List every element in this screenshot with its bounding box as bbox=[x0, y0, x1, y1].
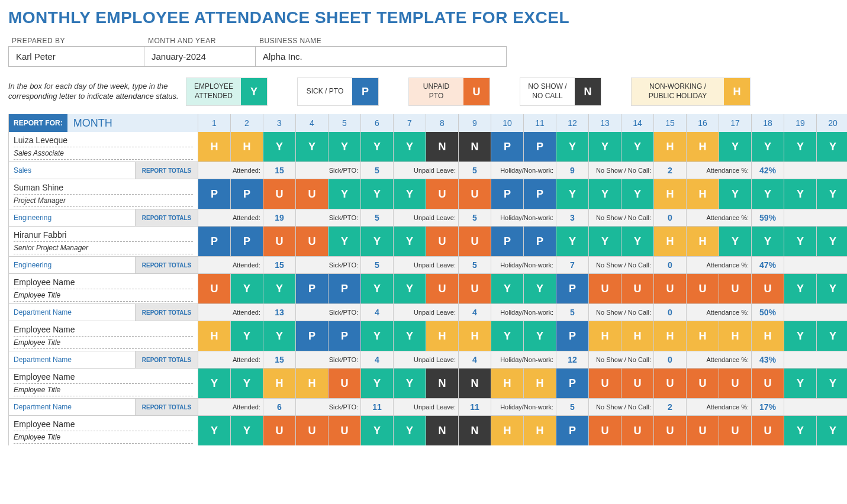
status-cell[interactable]: U bbox=[589, 274, 621, 303]
status-cell[interactable]: P bbox=[556, 416, 589, 445]
status-cell[interactable]: U bbox=[621, 274, 654, 303]
status-cell[interactable]: H bbox=[524, 369, 556, 398]
status-cell[interactable]: Y bbox=[394, 369, 426, 398]
status-cell[interactable]: Y bbox=[198, 369, 231, 398]
status-cell[interactable]: H bbox=[687, 179, 719, 209]
status-cell[interactable]: Y bbox=[556, 132, 589, 161]
status-cell[interactable]: P bbox=[231, 227, 263, 256]
status-cell[interactable]: U bbox=[654, 416, 687, 445]
status-cell[interactable]: Y bbox=[231, 369, 263, 398]
status-cell[interactable]: U bbox=[589, 369, 621, 398]
status-cell[interactable]: Y bbox=[784, 369, 817, 398]
status-cell[interactable]: Y bbox=[361, 274, 394, 303]
status-cell[interactable]: U bbox=[752, 274, 784, 303]
status-cell[interactable]: U bbox=[719, 274, 752, 303]
status-cell[interactable]: Y bbox=[361, 227, 394, 256]
status-cell[interactable]: Y bbox=[361, 179, 394, 209]
status-cell[interactable]: Y bbox=[784, 321, 817, 351]
status-cell[interactable]: N bbox=[426, 369, 459, 398]
status-cell[interactable]: Y bbox=[784, 416, 817, 445]
status-cell[interactable]: Y bbox=[231, 416, 263, 445]
status-cell[interactable]: U bbox=[459, 227, 491, 256]
status-cell[interactable]: Y bbox=[394, 274, 426, 303]
status-cell[interactable]: Y bbox=[361, 321, 394, 351]
status-cell[interactable]: Y bbox=[263, 321, 296, 351]
status-cell[interactable]: H bbox=[524, 416, 556, 445]
status-cell[interactable]: Y bbox=[361, 416, 394, 445]
status-cell[interactable]: P bbox=[296, 274, 329, 303]
status-cell[interactable]: Y bbox=[752, 227, 784, 256]
status-cell[interactable]: P bbox=[231, 179, 263, 209]
status-cell[interactable]: Y bbox=[361, 369, 394, 398]
status-cell[interactable]: Y bbox=[589, 179, 621, 209]
status-cell[interactable]: Y bbox=[329, 227, 361, 256]
status-cell[interactable]: U bbox=[329, 369, 361, 398]
status-cell[interactable]: H bbox=[654, 132, 687, 161]
status-cell[interactable]: Y bbox=[198, 416, 231, 445]
status-cell[interactable]: H bbox=[491, 416, 524, 445]
status-cell[interactable]: H bbox=[654, 227, 687, 256]
status-cell[interactable]: P bbox=[524, 179, 556, 209]
status-cell[interactable]: P bbox=[198, 227, 231, 256]
status-cell[interactable]: Y bbox=[784, 179, 817, 209]
status-cell[interactable]: Y bbox=[817, 369, 847, 398]
status-cell[interactable]: Y bbox=[491, 274, 524, 303]
status-cell[interactable]: U bbox=[719, 416, 752, 445]
status-cell[interactable]: N bbox=[426, 416, 459, 445]
status-cell[interactable]: H bbox=[198, 321, 231, 351]
status-cell[interactable]: U bbox=[687, 369, 719, 398]
status-cell[interactable]: U bbox=[459, 179, 491, 209]
status-cell[interactable]: Y bbox=[556, 179, 589, 209]
month-year-value[interactable]: January-2024 bbox=[144, 46, 256, 67]
status-cell[interactable]: Y bbox=[589, 132, 621, 161]
status-cell[interactable]: H bbox=[589, 321, 621, 351]
status-cell[interactable]: P bbox=[556, 274, 589, 303]
status-cell[interactable]: U bbox=[263, 227, 296, 256]
status-cell[interactable]: U bbox=[654, 369, 687, 398]
status-cell[interactable]: H bbox=[491, 369, 524, 398]
status-cell[interactable]: P bbox=[556, 321, 589, 351]
status-cell[interactable]: P bbox=[329, 321, 361, 351]
status-cell[interactable]: Y bbox=[817, 179, 847, 209]
status-cell[interactable]: Y bbox=[752, 179, 784, 209]
status-cell[interactable]: Y bbox=[719, 132, 752, 161]
status-cell[interactable]: Y bbox=[296, 132, 329, 161]
status-cell[interactable]: U bbox=[621, 416, 654, 445]
status-cell[interactable]: H bbox=[687, 321, 719, 351]
status-cell[interactable]: Y bbox=[231, 274, 263, 303]
status-cell[interactable]: N bbox=[426, 132, 459, 161]
status-cell[interactable]: H bbox=[687, 132, 719, 161]
status-cell[interactable]: Y bbox=[394, 416, 426, 445]
status-cell[interactable]: U bbox=[459, 274, 491, 303]
status-cell[interactable]: Y bbox=[719, 179, 752, 209]
status-cell[interactable]: U bbox=[426, 274, 459, 303]
business-name-value[interactable]: Alpha Inc. bbox=[256, 46, 507, 67]
status-cell[interactable]: Y bbox=[817, 416, 847, 445]
status-cell[interactable]: H bbox=[621, 321, 654, 351]
status-cell[interactable]: U bbox=[263, 416, 296, 445]
status-cell[interactable]: Y bbox=[817, 274, 847, 303]
status-cell[interactable]: Y bbox=[589, 227, 621, 256]
status-cell[interactable]: Y bbox=[752, 132, 784, 161]
status-cell[interactable]: H bbox=[459, 321, 491, 351]
status-cell[interactable]: Y bbox=[394, 227, 426, 256]
status-cell[interactable]: P bbox=[296, 321, 329, 351]
status-cell[interactable]: U bbox=[719, 369, 752, 398]
status-cell[interactable]: Y bbox=[621, 132, 654, 161]
status-cell[interactable]: Y bbox=[817, 321, 847, 351]
status-cell[interactable]: U bbox=[687, 416, 719, 445]
status-cell[interactable]: Y bbox=[784, 227, 817, 256]
status-cell[interactable]: H bbox=[752, 321, 784, 351]
status-cell[interactable]: Y bbox=[556, 227, 589, 256]
status-cell[interactable]: U bbox=[426, 227, 459, 256]
status-cell[interactable]: U bbox=[654, 274, 687, 303]
status-cell[interactable]: U bbox=[687, 274, 719, 303]
status-cell[interactable]: N bbox=[459, 416, 491, 445]
status-cell[interactable]: P bbox=[491, 179, 524, 209]
status-cell[interactable]: H bbox=[654, 179, 687, 209]
prepared-by-value[interactable]: Karl Peter bbox=[8, 46, 144, 67]
status-cell[interactable]: Y bbox=[329, 179, 361, 209]
status-cell[interactable]: H bbox=[719, 321, 752, 351]
status-cell[interactable]: U bbox=[296, 179, 329, 209]
status-cell[interactable]: U bbox=[263, 179, 296, 209]
